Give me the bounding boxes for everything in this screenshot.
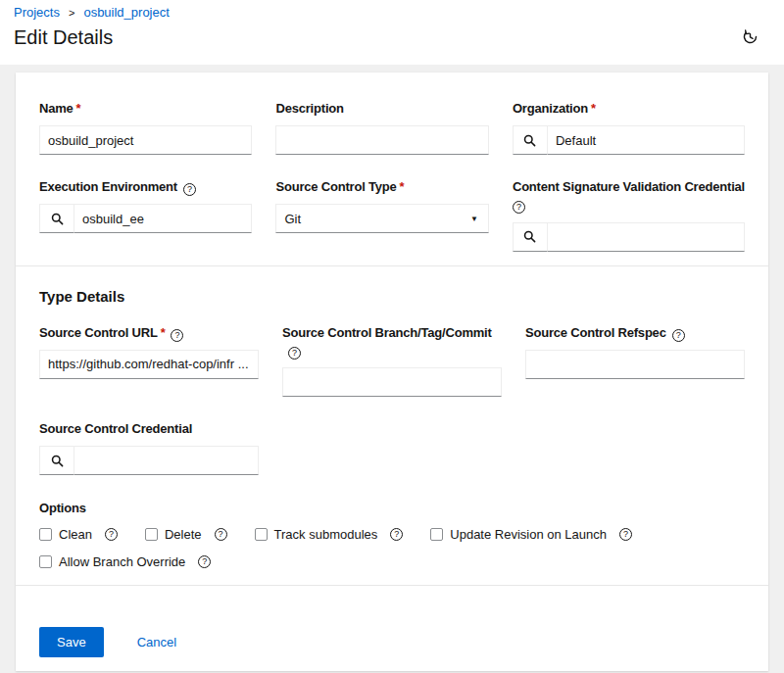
breadcrumb-current-link[interactable]: osbuild_project xyxy=(83,5,169,20)
execution-environment-input[interactable] xyxy=(74,204,252,233)
track-submodules-label: Track submodules xyxy=(274,527,378,542)
name-label: Name xyxy=(39,101,74,116)
field-organization: Organization* xyxy=(513,100,745,155)
edit-details-card: Name* Description Organization* xyxy=(16,72,768,671)
search-icon xyxy=(51,213,64,225)
options-heading: Options xyxy=(39,501,745,515)
caret-down-icon: ▼ xyxy=(470,215,478,223)
content-signature-credential-input[interactable] xyxy=(548,222,745,252)
option-update-revision-on-launch: Update Revision on Launch ? xyxy=(430,527,632,542)
help-icon[interactable]: ? xyxy=(288,347,301,360)
option-delete: Delete ? xyxy=(145,527,227,542)
help-icon[interactable]: ? xyxy=(672,329,685,342)
save-button[interactable]: Save xyxy=(39,627,104,657)
clean-checkbox[interactable] xyxy=(39,528,52,541)
update-revision-on-launch-checkbox[interactable] xyxy=(430,528,443,541)
type-details-heading: Type Details xyxy=(39,288,745,305)
page-header: Projects > osbuild_project Edit Details xyxy=(0,0,784,65)
breadcrumb: Projects > osbuild_project xyxy=(14,5,768,20)
search-icon xyxy=(523,134,536,147)
option-allow-branch-override: Allow Branch Override ? xyxy=(39,554,211,569)
organization-lookup-button[interactable] xyxy=(513,125,548,155)
help-icon[interactable]: ? xyxy=(198,555,211,568)
source-control-credential-input[interactable] xyxy=(74,446,259,475)
content-signature-credential-lookup-button[interactable] xyxy=(513,222,548,252)
update-revision-on-launch-label: Update Revision on Launch xyxy=(450,527,607,542)
required-asterisk: * xyxy=(591,101,596,116)
field-source-control-refspec: Source Control Refspec? xyxy=(525,324,745,379)
organization-label: Organization xyxy=(513,101,588,116)
source-control-refspec-label: Source Control Refspec xyxy=(525,325,666,340)
page-title: Edit Details xyxy=(14,26,113,49)
field-content-signature-credential: Content Signature Validation Credential … xyxy=(513,178,745,251)
allow-branch-override-label: Allow Branch Override xyxy=(59,554,185,569)
source-control-refspec-input[interactable] xyxy=(525,350,745,379)
field-name: Name* xyxy=(39,100,252,155)
field-execution-environment: Execution Environment? xyxy=(39,178,252,233)
field-source-control-credential: Source Control Credential xyxy=(39,420,259,475)
organization-input[interactable] xyxy=(548,125,745,155)
source-control-type-value: Git xyxy=(284,212,301,226)
source-control-type-select[interactable]: Git ▼ xyxy=(275,204,488,233)
source-control-credential-label: Source Control Credential xyxy=(39,421,192,436)
field-source-control-type: Source Control Type* Git ▼ xyxy=(275,178,488,233)
cancel-button[interactable]: Cancel xyxy=(137,635,176,649)
option-track-submodules: Track submodules ? xyxy=(255,527,404,542)
history-icon[interactable] xyxy=(740,26,760,47)
field-description: Description xyxy=(275,100,488,155)
execution-environment-label: Execution Environment xyxy=(39,179,177,194)
source-control-url-label: Source Control URL xyxy=(39,325,158,340)
source-control-branch-label: Source Control Branch/Tag/Commit xyxy=(282,325,492,340)
description-label: Description xyxy=(275,101,343,116)
source-control-url-input[interactable] xyxy=(39,350,259,379)
option-clean: Clean ? xyxy=(39,527,118,542)
help-icon[interactable]: ? xyxy=(513,201,525,214)
execution-environment-lookup-button[interactable] xyxy=(39,204,74,233)
field-source-control-url: Source Control URL*? xyxy=(39,324,259,379)
track-submodules-checkbox[interactable] xyxy=(255,528,268,541)
help-icon[interactable]: ? xyxy=(183,183,196,196)
content-signature-credential-label: Content Signature Validation Credential xyxy=(513,179,745,194)
required-asterisk: * xyxy=(161,325,166,340)
required-asterisk: * xyxy=(400,179,405,194)
description-input[interactable] xyxy=(275,125,488,155)
source-control-type-label: Source Control Type xyxy=(275,179,396,194)
field-source-control-branch: Source Control Branch/Tag/Commit? xyxy=(282,324,502,397)
delete-checkbox[interactable] xyxy=(145,528,158,541)
required-asterisk: * xyxy=(76,101,81,116)
form-section-type-details: Type Details Source Control URL*? Source… xyxy=(16,266,768,586)
options-checkbox-group: Clean ? Delete ? Track submodules ? Upda… xyxy=(39,527,745,569)
form-section-main: Name* Description Organization* xyxy=(16,72,768,265)
help-icon[interactable]: ? xyxy=(619,528,632,541)
help-icon[interactable]: ? xyxy=(215,528,227,541)
help-icon[interactable]: ? xyxy=(390,528,403,541)
help-icon[interactable]: ? xyxy=(171,329,183,342)
help-icon[interactable]: ? xyxy=(105,528,118,541)
source-control-credential-lookup-button[interactable] xyxy=(39,446,74,475)
breadcrumb-chevron-icon: > xyxy=(69,7,74,19)
name-input[interactable] xyxy=(39,125,252,155)
search-icon xyxy=(51,455,64,467)
title-row: Edit Details xyxy=(14,26,768,49)
form-actions: Save Cancel xyxy=(16,586,768,671)
breadcrumb-projects-link[interactable]: Projects xyxy=(14,5,60,20)
allow-branch-override-checkbox[interactable] xyxy=(39,555,52,568)
delete-label: Delete xyxy=(165,527,202,542)
clean-label: Clean xyxy=(59,527,92,542)
search-icon xyxy=(523,230,536,243)
source-control-branch-input[interactable] xyxy=(282,367,502,397)
